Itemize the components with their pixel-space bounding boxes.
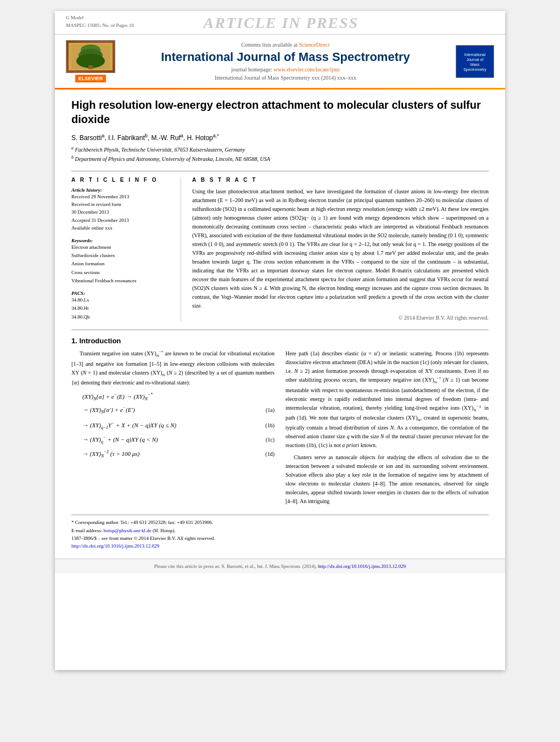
accepted-date: Accepted 31 December 2013 [71, 216, 172, 224]
main-body: 1. Introduction Transient negative ion s… [55, 337, 505, 509]
received-date: Received 29 November 2013 [71, 193, 172, 200]
divider-2 [71, 330, 489, 330]
history-label: Article history: [71, 187, 172, 193]
journal-title: International Journal of Mass Spectromet… [121, 50, 450, 64]
article-history: Article history: Received 29 November 20… [71, 187, 172, 232]
pacs-label: PACS: [71, 291, 172, 296]
svg-text:Mass: Mass [471, 63, 480, 66]
eq-1d-number: (1d) [265, 450, 275, 459]
issue-label: International Journal of Mass Spectromet… [121, 75, 450, 81]
svg-text:Spectrometry: Spectrometry [463, 68, 486, 72]
available-date: Available online xxx [71, 224, 172, 232]
footnote-email-link[interactable]: hotop@physik.uni-kl.de [103, 528, 151, 533]
article-info-heading: A R T I C L E I N F O [71, 177, 172, 183]
bottom-cite-bar: Please cite this article in press as: S.… [55, 559, 505, 573]
svg-rect-4 [88, 65, 93, 69]
eq-1a-number: (1a) [266, 406, 275, 415]
journal-homepage: journal homepage: www.elsevier.com/locat… [121, 66, 450, 72]
footnote-email: E-mail address: hotop@physik.uni-kl.de (… [71, 527, 489, 534]
keywords-block: Keywords: Electron attachment Sulfurdiox… [71, 238, 172, 285]
eq-1-text: (XY)N{α} + e−(E) → (XY)N−* [82, 392, 153, 403]
eq-1d-text: → (XY)N−‡ (τ > 100 μs) [82, 449, 139, 460]
body-para-1: Transient negative ion states (XY)N−* ar… [71, 349, 275, 387]
equations-block: (XY)N{α} + e−(E) → (XY)N−* → (XY)N{α′} +… [82, 392, 275, 460]
keyword-4: Cross sections [71, 269, 172, 277]
right-para-1: Here path (1a) describes elastic (α = α′… [285, 349, 489, 450]
pacs-3: 34.80.Qb [71, 313, 172, 321]
eq-line-1c: → (XY)q− + (N − q)XY (q < N) (1c) [82, 434, 275, 445]
eq-line-1: (XY)N{α} + e−(E) → (XY)N−* [82, 392, 275, 403]
footnote-doi-link[interactable]: http://dx.doi.org/10.1016/j.ijms.2013.12… [71, 543, 159, 549]
page: G Model MASPEC-15085; No. of Pages 10 AR… [55, 11, 505, 670]
ref-label: MASPEC-15085; No. of Pages 10 [66, 22, 134, 30]
journal-url[interactable]: www.elsevier.com/locate/ijms [273, 66, 339, 72]
journal-center: Contents lists available at ScienceDirec… [121, 42, 450, 81]
eq-1a-text: → (XY)N{α′} + e−(E′) [82, 405, 135, 416]
authors-line: S. Barsottia, I.I. Fabrikantb, M.-W. Ruf… [71, 133, 489, 142]
eq-1c-number: (1c) [266, 436, 275, 444]
eq-line-1a: → (XY)N{α′} + e−(E′) (1a) [82, 405, 275, 416]
article-in-press-banner: ARTICLE IN PRESS [134, 14, 428, 32]
body-two-col: Transient negative ion states (XY)N−* ar… [71, 349, 489, 509]
top-bar: G Model MASPEC-15085; No. of Pages 10 AR… [55, 11, 505, 35]
elsevier-logo-left [66, 40, 115, 73]
keyword-2: Sulfurdioxide clusters [71, 252, 172, 260]
top-bar-left: G Model MASPEC-15085; No. of Pages 10 [66, 14, 134, 29]
footnote-star: * Corresponding author. Tel.: +49 631 20… [71, 518, 489, 526]
copyright-line: © 2014 Elsevier B.V. All rights reserved… [192, 315, 489, 321]
cite-doi-link[interactable]: http://dx.doi.org/10.1016/j.ijms.2013.12… [318, 564, 406, 569]
body-col-left: Transient negative ion states (XY)N−* ar… [71, 349, 275, 509]
revised-label: Received in revised form [71, 200, 172, 208]
right-para-2: Clusters serve as nanoscale objects for … [285, 453, 489, 506]
orange-divider [55, 88, 505, 90]
pacs-2: 34.80.Ht [71, 304, 172, 313]
eq-line-1d: → (XY)N−‡ (τ > 100 μs) (1d) [82, 449, 275, 460]
footnote-issn: 1387-3806/$ – see front matter © 2014 El… [71, 534, 489, 542]
abstract-col: A B S T R A C T Using the laser photoele… [192, 177, 489, 321]
keyword-1: Electron attachment [71, 243, 172, 252]
eq-1b-text: → (XY)q−1Y− + X + (N − q)XY (q ≤ N) [82, 420, 176, 431]
eq-1c-text: → (XY)q− + (N − q)XY (q < N) [82, 434, 158, 445]
section-1-title: 1. Introduction [71, 337, 489, 345]
journal-logo-right: International Journal of Mass Spectromet… [456, 45, 494, 78]
affiliations: a Fachbereich Physik, Technische Univers… [71, 145, 489, 164]
keywords-label: Keywords: [71, 238, 172, 243]
body-col-right: Here path (1a) describes elastic (α = α′… [285, 349, 489, 509]
pacs-1: 34.80.Lx [71, 296, 172, 304]
sciencedirect-link: Contents lists available at ScienceDirec… [121, 42, 450, 48]
article-info-col: A R T I C L E I N F O Article history: R… [71, 177, 181, 321]
footnotes: * Corresponding author. Tel.: +49 631 20… [71, 515, 489, 550]
journal-header: ELSEVIER Contents lists available at Sci… [55, 35, 505, 88]
affiliation-b: b Department of Physics and Astronomy, U… [71, 154, 489, 164]
footnote-doi: http://dx.doi.org/10.1016/j.ijms.2013.12… [71, 542, 489, 550]
abstract-text: Using the laser photoelectron attachment… [192, 187, 489, 310]
model-label: G Model [66, 14, 134, 22]
svg-text:International: International [464, 53, 486, 57]
pacs-block: PACS: 34.80.Lx 34.80.Ht 34.80.Qb [71, 291, 172, 321]
pacs-list: 34.80.Lx 34.80.Ht 34.80.Qb [71, 296, 172, 321]
article-content: High resolution low-energy electron atta… [55, 98, 505, 330]
info-abstract-section: A R T I C L E I N F O Article history: R… [71, 177, 489, 321]
keywords-list: Electron attachment Sulfurdioxide cluste… [71, 243, 172, 285]
sciencedirect-anchor[interactable]: ScienceDirect [299, 42, 329, 48]
eq-1b-number: (1b) [265, 421, 275, 430]
cite-text: Please cite this article in press as: S.… [154, 564, 317, 569]
abstract-heading: A B S T R A C T [192, 177, 489, 183]
svg-text:Journal of: Journal of [467, 58, 484, 62]
article-title: High resolution low-energy electron atta… [71, 98, 489, 126]
divider-1 [71, 171, 489, 171]
affiliation-a: a Fachbereich Physik, Technische Univers… [71, 145, 489, 154]
revised-date: 30 December 2013 [71, 208, 172, 216]
keyword-5: Vibrational Feshbach resonances [71, 277, 172, 285]
eq-line-1b: → (XY)q−1Y− + X + (N − q)XY (q ≤ N) (1b) [82, 420, 275, 431]
keyword-3: Anion formation [71, 260, 172, 268]
elsevier-wordmark: ELSEVIER [75, 75, 107, 82]
